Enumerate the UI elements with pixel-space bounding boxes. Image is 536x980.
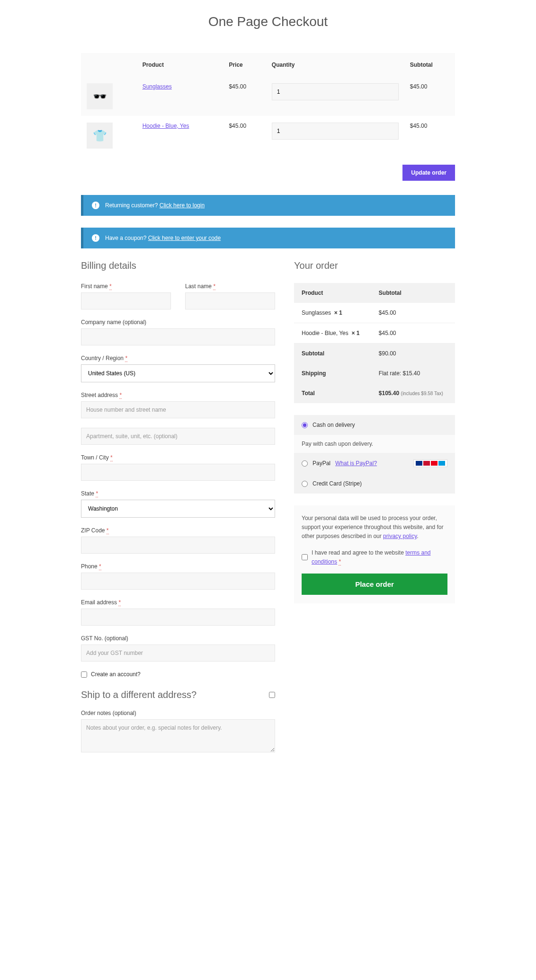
- pay-stripe-label: Credit Card (Stripe): [313, 480, 362, 487]
- pay-cod-label: Cash on delivery: [313, 422, 355, 428]
- terms-checkbox[interactable]: [302, 554, 308, 560]
- product-link[interactable]: Hoodie - Blue, Yes: [143, 123, 189, 129]
- privacy-link[interactable]: privacy policy: [383, 533, 417, 539]
- country-label: Country / Region *: [81, 355, 275, 362]
- create-account-checkbox[interactable]: [81, 671, 87, 678]
- pay-stripe-radio[interactable]: [302, 481, 308, 487]
- city-input[interactable]: [81, 464, 275, 481]
- street-input[interactable]: [81, 401, 275, 418]
- product-link[interactable]: Sunglasses: [143, 83, 172, 90]
- product-thumb: 👕: [87, 123, 113, 149]
- company-label: Company name (optional): [81, 319, 275, 326]
- payment-methods: Cash on delivery Pay with cash upon deli…: [294, 415, 455, 494]
- street-label: Street address *: [81, 392, 275, 398]
- info-icon: !: [92, 234, 99, 242]
- order-th-product: Product: [294, 283, 371, 303]
- phone-input[interactable]: [81, 573, 275, 590]
- billing-heading: Billing details: [81, 260, 275, 271]
- login-link[interactable]: Click here to login: [160, 202, 205, 209]
- th-qty: Quantity: [266, 53, 404, 77]
- order-heading: Your order: [294, 260, 455, 271]
- coupon-link[interactable]: Click here to enter your code: [148, 235, 221, 241]
- street2-input[interactable]: [81, 428, 275, 445]
- qty-input[interactable]: [272, 123, 399, 140]
- subtotal-cell: $45.00: [404, 116, 455, 155]
- email-input[interactable]: [81, 609, 275, 626]
- login-notice: ! Returning customer? Click here to logi…: [81, 195, 455, 216]
- pay-paypal-label: PayPal: [313, 460, 331, 467]
- pay-cod-desc: Pay with cash upon delivery.: [294, 435, 455, 453]
- th-subtotal: Subtotal: [404, 53, 455, 77]
- cart-row: 👕 Hoodie - Blue, Yes $45.00 $45.00: [81, 116, 455, 155]
- place-order-button[interactable]: Place order: [302, 574, 447, 595]
- state-select[interactable]: Washington: [81, 500, 275, 518]
- privacy-text: Your personal data will be used to proce…: [302, 514, 447, 541]
- notes-label: Order notes (optional): [81, 710, 275, 716]
- cart-row: 🕶️ Sunglasses $45.00 $45.00: [81, 77, 455, 116]
- state-label: State *: [81, 490, 275, 497]
- gst-label: GST No. (optional): [81, 635, 275, 642]
- phone-label: Phone *: [81, 563, 275, 570]
- email-label: Email address *: [81, 599, 275, 606]
- first-name-input[interactable]: [81, 292, 171, 309]
- coupon-notice: ! Have a coupon? Click here to enter you…: [81, 228, 455, 248]
- country-select[interactable]: United States (US): [81, 364, 275, 382]
- card-icons: [413, 459, 447, 467]
- subtotal-cell: $45.00: [404, 77, 455, 116]
- last-name-input[interactable]: [185, 292, 275, 309]
- qty-input[interactable]: [272, 83, 399, 100]
- first-name-label: First name *: [81, 283, 171, 290]
- product-thumb: 🕶️: [87, 83, 113, 109]
- paypal-info-link[interactable]: What is PayPal?: [335, 460, 377, 467]
- city-label: Town / City *: [81, 454, 275, 461]
- th-product: Product: [137, 53, 223, 77]
- order-th-subtotal: Subtotal: [371, 283, 455, 303]
- order-table: Product Subtotal Sunglasses × 1$45.00 Ho…: [294, 283, 455, 403]
- pay-paypal-radio[interactable]: [302, 460, 308, 467]
- ship-heading: Ship to a different address?: [81, 689, 197, 700]
- company-input[interactable]: [81, 328, 275, 345]
- pay-cod-radio[interactable]: [302, 422, 308, 428]
- ship-different-checkbox[interactable]: [269, 692, 275, 698]
- cart-table: Product Price Quantity Subtotal 🕶️ Sungl…: [81, 53, 455, 155]
- gst-input[interactable]: [81, 645, 275, 662]
- th-price: Price: [223, 53, 266, 77]
- price-cell: $45.00: [223, 116, 266, 155]
- price-cell: $45.00: [223, 77, 266, 116]
- zip-input[interactable]: [81, 537, 275, 554]
- notes-textarea[interactable]: [81, 719, 275, 752]
- create-account-label: Create an account?: [91, 671, 141, 678]
- info-icon: !: [92, 202, 99, 209]
- update-order-button[interactable]: Update order: [402, 165, 455, 181]
- zip-label: ZIP Code *: [81, 527, 275, 534]
- last-name-label: Last name *: [185, 283, 275, 290]
- page-title: One Page Checkout: [81, 14, 455, 29]
